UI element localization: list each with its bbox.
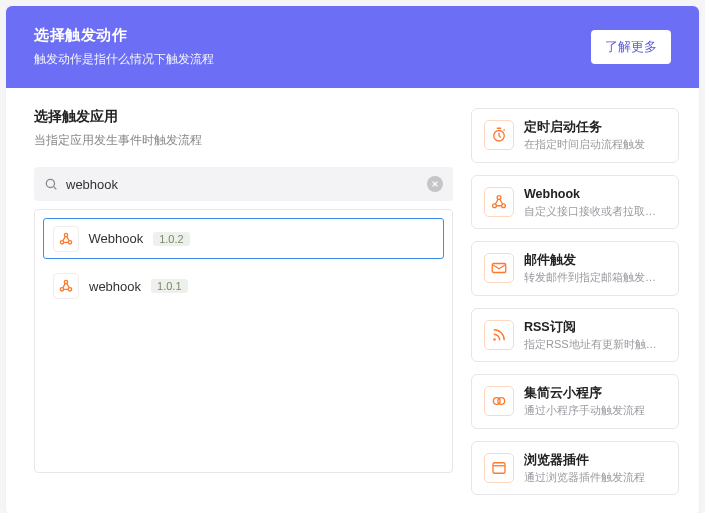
trigger-config-card: 选择触发动作 触发动作是指什么情况下触发流程 了解更多 选择触发应用 当指定应用… [6,6,699,513]
result-item[interactable]: Webhook 1.0.2 [43,218,444,259]
trigger-option-miniapp[interactable]: 集简云小程序 通过小程序手动触发流程 [471,374,679,429]
header-title: 选择触发动作 [34,26,214,45]
trigger-desc: 在指定时间启动流程触发 [524,137,645,151]
clock-icon [484,120,514,150]
mail-icon [484,253,514,283]
result-name: Webhook [89,231,144,246]
svg-line-1 [54,187,57,190]
result-name: webhook [89,279,141,294]
trigger-desc: 自定义接口接收或者拉取数据触发 [524,204,666,218]
browser-icon [484,453,514,483]
version-badge: 1.0.1 [151,279,187,293]
learn-more-button[interactable]: 了解更多 [591,30,671,64]
rss-icon [484,320,514,350]
header-text: 选择触发动作 触发动作是指什么情况下触发流程 [34,26,214,68]
trigger-option-mail[interactable]: 邮件触发 转发邮件到指定邮箱触发流程 [471,241,679,296]
trigger-option-timer[interactable]: 定时启动任务 在指定时间启动流程触发 [471,108,679,163]
trigger-title: 集简云小程序 [524,385,645,401]
clear-search-button[interactable] [427,176,443,192]
trigger-title: 浏览器插件 [524,452,645,468]
close-icon [431,180,439,188]
version-badge: 1.0.2 [153,232,189,246]
miniapp-icon [484,386,514,416]
trigger-desc: 指定RSS地址有更新时触发流程 [524,337,666,351]
trigger-option-browser[interactable]: 浏览器插件 通过浏览器插件触发流程 [471,441,679,496]
webhook-icon [484,187,514,217]
trigger-title: Webhook [524,186,666,202]
webhook-icon [53,273,79,299]
trigger-desc: 通过浏览器插件触发流程 [524,470,645,484]
svg-point-0 [46,179,54,187]
trigger-title: 邮件触发 [524,252,666,268]
result-item[interactable]: webhook 1.0.1 [43,265,444,307]
svg-point-15 [493,338,495,340]
select-app-title: 选择触发应用 [34,108,453,126]
search-results: Webhook 1.0.2 webhook 1.0.1 [34,209,453,473]
select-app-panel: 选择触发应用 当指定应用发生事件时触发流程 Webhook 1.0.2 [34,108,453,473]
svg-point-17 [498,398,505,405]
trigger-option-webhook[interactable]: Webhook 自定义接口接收或者拉取数据触发 [471,175,679,230]
card-body: 选择触发应用 当指定应用发生事件时触发流程 Webhook 1.0.2 [6,88,699,513]
trigger-title: RSS订阅 [524,319,666,335]
svg-rect-18 [493,463,505,474]
search-icon [44,177,58,191]
trigger-type-list: 定时启动任务 在指定时间启动流程触发 Webhook 自定义接口接收或者拉取数据… [471,108,679,495]
trigger-desc: 转发邮件到指定邮箱触发流程 [524,270,666,284]
trigger-desc: 通过小程序手动触发流程 [524,403,645,417]
trigger-title: 定时启动任务 [524,119,645,135]
search-input[interactable] [58,177,427,192]
header-subtitle: 触发动作是指什么情况下触发流程 [34,51,214,68]
trigger-option-rss[interactable]: RSS订阅 指定RSS地址有更新时触发流程 [471,308,679,363]
webhook-icon [53,226,79,252]
card-header: 选择触发动作 触发动作是指什么情况下触发流程 了解更多 [6,6,699,88]
select-app-subtitle: 当指定应用发生事件时触发流程 [34,132,453,149]
search-field[interactable] [34,167,453,201]
